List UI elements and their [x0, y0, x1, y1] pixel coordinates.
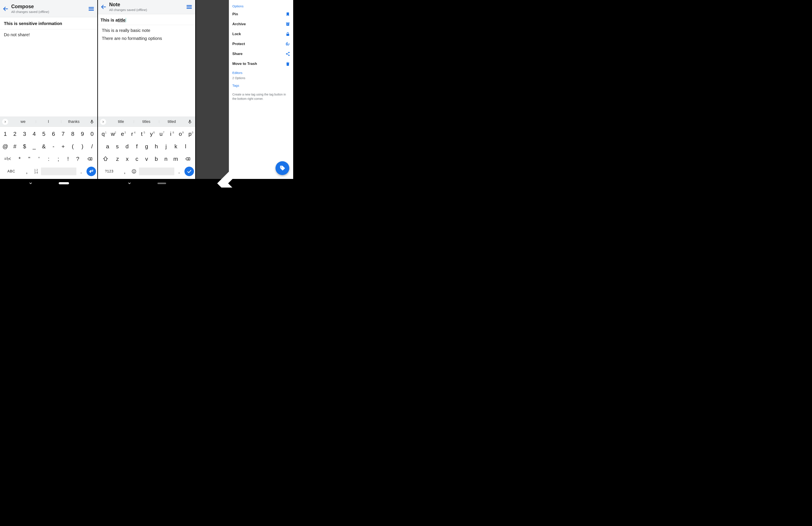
suggestion-2[interactable]: I	[36, 119, 61, 124]
key-dquote[interactable]: "	[25, 156, 34, 162]
key-plus[interactable]: +	[58, 143, 68, 150]
key-rparen[interactable]: )	[78, 143, 87, 150]
key-dollar[interactable]: $	[20, 143, 29, 150]
nav-home-bar[interactable]	[158, 183, 166, 184]
key-amp[interactable]: &	[39, 143, 48, 150]
key-period[interactable]: .	[77, 168, 86, 175]
key-slash[interactable]: /	[87, 143, 97, 150]
option-archive[interactable]: Archive	[232, 19, 290, 29]
key-1[interactable]: 1	[1, 131, 10, 137]
key-e[interactable]: e	[118, 131, 127, 137]
back-arrow-icon[interactable]	[101, 4, 106, 10]
key-m[interactable]: m	[171, 156, 180, 162]
key-5[interactable]: 5	[39, 131, 48, 137]
suggestion-1[interactable]: title	[108, 119, 134, 124]
nav-back-icon[interactable]	[196, 148, 267, 188]
note-title-input[interactable]: This is a title	[98, 14, 195, 25]
key-l[interactable]: l	[181, 143, 190, 150]
key-minus[interactable]: -	[49, 143, 58, 150]
option-lock[interactable]: Lock	[232, 29, 290, 39]
key-g[interactable]: g	[142, 143, 151, 150]
key-b[interactable]: b	[152, 156, 161, 162]
key-shift[interactable]	[99, 156, 112, 162]
key-emoji[interactable]	[130, 169, 139, 174]
key-x[interactable]: x	[122, 156, 132, 162]
option-protect[interactable]: Protect	[232, 39, 290, 49]
key-9[interactable]: 9	[78, 131, 87, 137]
key-z[interactable]: z	[113, 156, 122, 162]
note-title[interactable]: This is sensitive information	[0, 17, 97, 29]
add-tag-fab[interactable]	[275, 161, 289, 175]
key-q[interactable]: q	[99, 131, 108, 137]
mic-icon[interactable]	[89, 119, 94, 124]
note-body[interactable]: This is a really basic note There are no…	[98, 25, 195, 117]
nav-down-icon[interactable]	[127, 181, 132, 185]
key-w[interactable]: w	[108, 131, 118, 137]
key-underscore[interactable]: _	[30, 143, 39, 150]
svg-point-23	[288, 52, 290, 53]
hamburger-menu-icon[interactable]	[186, 3, 193, 10]
key-p[interactable]: p	[185, 131, 194, 137]
key-2[interactable]: 2	[10, 131, 20, 137]
key-u[interactable]: u	[156, 131, 166, 137]
key-backspace[interactable]	[83, 156, 97, 162]
key-3[interactable]: 3	[20, 131, 29, 137]
key-done[interactable]	[184, 167, 194, 176]
key-c[interactable]: c	[132, 156, 142, 162]
key-colon[interactable]: :	[44, 156, 53, 162]
suggestion-3[interactable]: titled	[159, 119, 185, 124]
key-symbols[interactable]: ?123	[99, 169, 120, 173]
option-share[interactable]: Share	[232, 49, 290, 59]
key-squote[interactable]: '	[34, 156, 44, 162]
back-arrow-icon[interactable]	[3, 6, 9, 12]
mic-icon[interactable]	[187, 119, 192, 124]
expand-suggestions-icon[interactable]	[2, 119, 8, 125]
option-pin[interactable]: Pin	[232, 9, 290, 19]
key-4[interactable]: 4	[30, 131, 39, 137]
key-semicolon[interactable]: ;	[54, 156, 63, 162]
key-7[interactable]: 7	[58, 131, 68, 137]
key-comma[interactable]: ,	[120, 168, 129, 175]
key-enter[interactable]	[86, 167, 97, 176]
nav-home-pill[interactable]	[59, 182, 69, 184]
nav-down-icon[interactable]	[28, 181, 33, 185]
key-hash[interactable]: #	[10, 143, 20, 150]
key-8[interactable]: 8	[68, 131, 77, 137]
hamburger-menu-icon[interactable]	[88, 5, 95, 12]
key-period[interactable]: .	[175, 168, 184, 175]
key-k[interactable]: k	[171, 143, 180, 150]
key-s[interactable]: s	[113, 143, 122, 150]
key-v[interactable]: v	[142, 156, 151, 162]
key-i[interactable]: i	[166, 131, 175, 137]
key-f[interactable]: f	[132, 143, 142, 150]
key-question[interactable]: ?	[73, 156, 83, 162]
key-comma[interactable]: ,	[22, 168, 31, 175]
expand-suggestions-icon[interactable]	[100, 119, 106, 125]
key-0[interactable]: 0	[87, 131, 97, 137]
suggestion-2[interactable]: titles	[134, 119, 159, 124]
key-t[interactable]: t	[137, 131, 146, 137]
key-star[interactable]: *	[15, 156, 24, 162]
key-lparen[interactable]: (	[68, 143, 77, 150]
key-6[interactable]: 6	[49, 131, 58, 137]
key-at[interactable]: @	[1, 143, 10, 150]
key-bang[interactable]: !	[63, 156, 73, 162]
key-n[interactable]: n	[161, 156, 171, 162]
key-space[interactable]	[139, 167, 174, 175]
key-a[interactable]: a	[103, 143, 112, 150]
key-abc[interactable]: ABC	[1, 169, 22, 173]
key-backspace[interactable]	[181, 156, 194, 162]
suggestion-3[interactable]: thanks	[61, 119, 87, 124]
note-body[interactable]: Do not share!	[0, 29, 97, 117]
key-j[interactable]: j	[161, 143, 171, 150]
key-space[interactable]	[41, 167, 76, 175]
option-move-to-trash[interactable]: Move to Trash	[232, 59, 290, 69]
key-r[interactable]: r	[128, 131, 137, 137]
key-o[interactable]: o	[176, 131, 185, 137]
key-h[interactable]: h	[152, 143, 161, 150]
key-d[interactable]: d	[122, 143, 132, 150]
key-y[interactable]: y	[147, 131, 156, 137]
key-numpad[interactable]: 1 23 4	[32, 169, 41, 174]
suggestion-1[interactable]: we	[10, 119, 36, 124]
key-sympage[interactable]: =\<	[1, 156, 14, 162]
